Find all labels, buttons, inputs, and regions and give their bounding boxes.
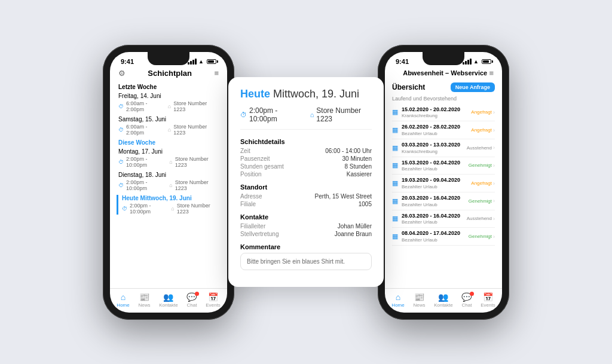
store-icon: ⌂ <box>171 206 174 212</box>
chevron-right-icon: › <box>493 216 495 222</box>
neue-anfrage-button[interactable]: Neue Anfrage <box>451 82 495 92</box>
detail-value: 30 Minuten <box>342 155 372 162</box>
detail-value: 06:00 - 14:00 Uhr <box>325 148 372 154</box>
phone-screen-right: 9:41 ▲ Abwesenheit – Webservice ≡ Übersi <box>385 52 502 313</box>
absence-status: Ausstehend › <box>467 145 495 151</box>
absence-left: ▦ 03.03.2020 - 13.03.2020 Krankschreibun… <box>392 142 460 154</box>
status-time-right: 9:41 <box>396 58 409 65</box>
detail-value: 1005 <box>359 201 372 207</box>
absence-info: 19.03.2020 - 09.04.2020 Bezahlter Urlaub <box>402 177 460 189</box>
absence-left: ▦ 08.04.2020 - 17.04.2020 Bezahlter Urla… <box>392 230 460 243</box>
absence-item[interactable]: ▦ 15.02.2020 - 20.02.2020 Krankschreibun… <box>392 104 495 122</box>
kontakte-label: Kontakte <box>240 213 372 221</box>
detail-label: Filiale <box>240 201 256 207</box>
shift-time: 2:00pm - 10:00pm <box>126 179 167 191</box>
bottom-nav-left: ⌂ Home 📰 News 👥 Kontakte 💬 Chat <box>110 288 227 313</box>
calendar-icon: ▦ <box>392 126 398 134</box>
nav-kontakte-left[interactable]: 👥 Kontakte <box>159 292 178 308</box>
nav-kontakte-right[interactable]: 👥 Kontakte <box>434 292 453 308</box>
calendar-icon: ▦ <box>392 108 398 116</box>
nav-label: Home <box>391 302 404 308</box>
detail-label: Position <box>240 171 262 178</box>
gear-icon[interactable]: ⚙ <box>118 69 126 78</box>
chevron-right-icon: › <box>493 163 495 169</box>
home-icon: ⌂ <box>396 292 400 302</box>
shift-time: 6:00am - 2:00pm <box>126 100 166 112</box>
nav-events-right[interactable]: 📅 Events <box>481 292 495 308</box>
clock-icon: ⏱ <box>122 206 127 212</box>
phone-notch-right <box>423 52 464 65</box>
shift-day: Freitag, 14. Juni <box>118 93 219 99</box>
list-item[interactable]: Freitag, 14. Juni ⏱ 6:00am - 2:00pm ⌂ St… <box>118 93 219 112</box>
chevron-right-icon: › <box>493 109 495 115</box>
absence-status: Angefragt › <box>471 109 495 115</box>
absence-status: Genehmigt › <box>469 198 495 204</box>
absence-item[interactable]: ▦ 19.03.2020 - 09.04.2020 Bezahlter Urla… <box>392 175 495 192</box>
absence-info: 15.02.2020 - 20.02.2020 Krankschreibung <box>402 106 460 119</box>
modal-time: 2:00pm - 10:00pm <box>249 106 301 123</box>
chat-badge <box>470 292 474 296</box>
shift-list: Letzte Woche Freitag, 14. Juni ⏱ 6:00am … <box>110 81 227 288</box>
detail-value: Perth, 15 West Street <box>315 193 372 200</box>
battery-icon <box>207 59 216 64</box>
absence-info: 15.03.2020 - 02.04.2020 Bezahlter Urlaub <box>402 160 460 172</box>
detail-value: 8 Stunden <box>344 163 372 170</box>
modal-time-item: ⏱ 2:00pm - 10:00pm <box>240 106 301 123</box>
absence-left: ▦ 20.03.2020 - 16.04.2020 Bezahlter Urla… <box>392 195 460 207</box>
nav-label: Events <box>481 302 495 308</box>
shift-time: 2:00pm - 10:00pm <box>130 203 169 215</box>
chevron-right-icon: › <box>493 145 495 151</box>
list-item[interactable]: Dienstag, 18. Juni ⏱ 2:00pm - 10:00pm ⌂ … <box>118 172 219 191</box>
news-icon: 📰 <box>139 292 149 302</box>
nav-chat-right[interactable]: 💬 Chat <box>461 292 472 308</box>
modal-subtitle: ⏱ 2:00pm - 10:00pm ⌂ Store Number 1223 <box>240 106 372 130</box>
shift-store: Store Number 1223 <box>175 179 219 191</box>
app-title-right: Abwesenheit – Webservice <box>403 69 487 77</box>
kontakte-section: Kontakte Filialleiter Johan Müller Stell… <box>240 213 372 237</box>
absence-item[interactable]: ▦ 26.02.2020 - 28.02.2020 Bezahlter Urla… <box>392 121 495 139</box>
shift-store: Store Number 1223 <box>177 203 219 215</box>
detail-row: Position Kassierer <box>240 171 372 178</box>
chevron-right-icon: › <box>493 198 495 204</box>
absence-left: ▦ 15.02.2020 - 20.02.2020 Krankschreibun… <box>392 106 460 119</box>
home-icon: ⌂ <box>121 292 126 302</box>
chat-badge <box>195 292 199 296</box>
calendar-icon: ▦ <box>392 215 398 222</box>
schichtdetails-label: Schichtdetails <box>240 138 372 145</box>
nav-news-right[interactable]: 📰 News <box>413 292 425 308</box>
modal-store-item: ⌂ Store Number 1223 <box>310 106 372 123</box>
list-item-today[interactable]: Heute Mittwoch, 19. Juni ⏱ 2:00pm - 10:0… <box>117 195 219 215</box>
list-item[interactable]: Montag, 17. Juni ⏱ 2:00pm - 10:00pm ⌂ St… <box>118 148 219 168</box>
modal-title-rest: Mittwoch, 19. Juni <box>273 88 359 100</box>
list-item[interactable]: Samstag, 15. Juni ⏱ 6:00am - 2:00pm ⌂ St… <box>118 116 219 136</box>
nav-events-left[interactable]: 📅 Events <box>206 292 220 308</box>
absence-item[interactable]: ▦ 08.04.2020 - 17.04.2020 Bezahlter Urla… <box>392 228 495 246</box>
wifi-icon: ▲ <box>198 59 204 65</box>
absence-item[interactable]: ▦ 20.03.2020 - 16.04.2020 Bezahlter Urla… <box>392 192 495 210</box>
absence-info: 08.04.2020 - 17.04.2020 Bezahlter Urlaub <box>402 230 460 243</box>
menu-icon[interactable]: ≡ <box>489 69 494 78</box>
overview-header: Übersicht Neue Anfrage <box>392 82 495 92</box>
shift-time: 6:00am - 2:00pm <box>126 124 166 136</box>
calendar-icon: ▦ <box>392 161 398 169</box>
shift-time: 2:00pm - 10:00pm <box>126 156 167 168</box>
overview-label: Übersicht <box>392 83 425 91</box>
store-icon: ⌂ <box>310 111 314 118</box>
detail-row: Zeit 06:00 - 14:00 Uhr <box>240 148 372 154</box>
nav-news-left[interactable]: 📰 News <box>138 292 150 308</box>
absence-item[interactable]: ▦ 26.03.2020 - 16.04.2020 Bezahlter Urla… <box>392 210 495 228</box>
menu-icon[interactable]: ≡ <box>214 69 219 78</box>
status-icons-right: ▲ <box>463 59 491 65</box>
absence-info: 26.03.2020 - 16.04.2020 Bezahlter Urlaub <box>402 213 460 225</box>
chevron-right-icon: › <box>493 181 495 186</box>
shift-store: Store Number 1223 <box>175 156 219 168</box>
nav-home-left[interactable]: ⌂ Home <box>117 292 129 308</box>
absence-item[interactable]: ▦ 03.03.2020 - 13.03.2020 Krankschreibun… <box>392 139 495 157</box>
absence-item[interactable]: ▦ 15.03.2020 - 02.04.2020 Bezahlter Urla… <box>392 157 495 175</box>
store-icon: ⌂ <box>169 182 172 188</box>
kommentare-section: Kommentare Bitte bringen Sie ein blaues … <box>240 243 372 270</box>
battery-icon <box>482 59 491 64</box>
nav-chat-left[interactable]: 💬 Chat <box>186 292 197 308</box>
nav-home-right[interactable]: ⌂ Home <box>391 292 404 308</box>
calendar-icon: ▦ <box>392 233 398 240</box>
